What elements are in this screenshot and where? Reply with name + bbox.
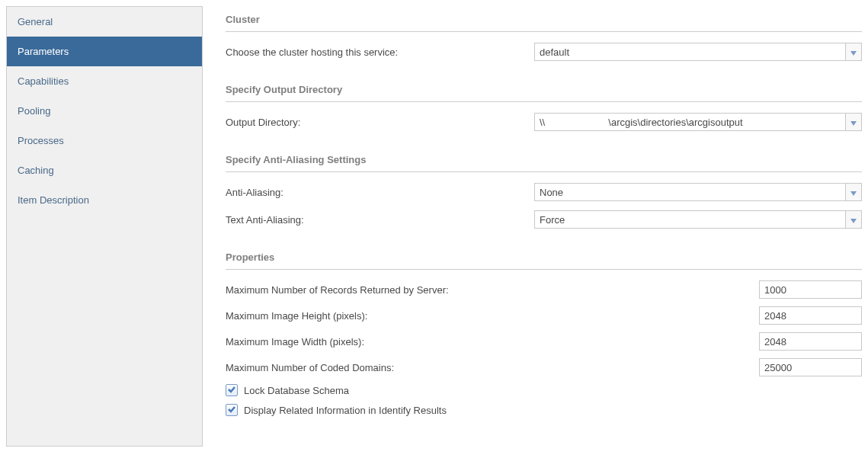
sidebar-item-pooling[interactable]: Pooling bbox=[7, 96, 202, 126]
output-dir-label: Output Directory: bbox=[226, 117, 534, 128]
section-anti-aliasing: Specify Anti-Aliasing Settings Anti-Alia… bbox=[226, 154, 862, 229]
display-related-checkbox[interactable] bbox=[226, 404, 238, 416]
section-output-directory: Specify Output Directory Output Director… bbox=[226, 84, 862, 131]
max-height-input[interactable] bbox=[759, 306, 862, 325]
section-cluster: Cluster Choose the cluster hosting this … bbox=[226, 14, 862, 61]
dropdown-button[interactable] bbox=[845, 210, 862, 229]
max-width-label: Maximum Image Width (pixels): bbox=[226, 336, 759, 348]
chevron-down-icon bbox=[850, 187, 857, 198]
dropdown-button[interactable] bbox=[845, 113, 862, 131]
chevron-down-icon bbox=[850, 117, 857, 128]
max-records-input[interactable] bbox=[759, 280, 862, 299]
sidebar-item-label: Capabilities bbox=[18, 75, 69, 87]
sidebar: General Parameters Capabilities Pooling … bbox=[6, 6, 203, 447]
anti-aliasing-input[interactable] bbox=[534, 183, 845, 201]
max-domains-input[interactable] bbox=[759, 358, 862, 376]
lock-schema-checkbox[interactable] bbox=[226, 384, 238, 396]
sidebar-item-label: Parameters bbox=[18, 46, 69, 57]
max-domains-label: Maximum Number of Coded Domains: bbox=[226, 362, 759, 373]
anti-aliasing-select[interactable] bbox=[534, 183, 862, 201]
lock-schema-label: Lock Database Schema bbox=[244, 385, 349, 396]
sidebar-item-label: Item Description bbox=[18, 194, 89, 206]
svg-marker-3 bbox=[850, 219, 857, 223]
section-title: Cluster bbox=[226, 14, 862, 32]
cluster-label: Choose the cluster hosting this service: bbox=[226, 46, 534, 58]
max-width-input[interactable] bbox=[759, 332, 862, 351]
max-height-label: Maximum Image Height (pixels): bbox=[226, 310, 759, 322]
sidebar-item-processes[interactable]: Processes bbox=[7, 126, 202, 155]
chevron-down-icon bbox=[850, 214, 857, 226]
text-anti-aliasing-label: Text Anti-Aliasing: bbox=[226, 214, 534, 226]
checkmark-icon bbox=[227, 385, 236, 396]
sidebar-item-label: Pooling bbox=[18, 105, 50, 117]
checkmark-icon bbox=[227, 405, 236, 416]
svg-marker-0 bbox=[850, 51, 857, 56]
section-properties: Properties Maximum Number of Records Ret… bbox=[226, 251, 862, 416]
anti-aliasing-label: Anti-Aliasing: bbox=[226, 187, 534, 198]
svg-marker-1 bbox=[850, 121, 857, 126]
svg-marker-2 bbox=[850, 191, 857, 196]
sidebar-item-label: General bbox=[18, 16, 53, 27]
text-anti-aliasing-select[interactable] bbox=[534, 210, 862, 229]
dropdown-button[interactable] bbox=[845, 183, 862, 201]
main-panel: Cluster Choose the cluster hosting this … bbox=[203, 6, 862, 447]
sidebar-item-caching[interactable]: Caching bbox=[7, 155, 202, 185]
sidebar-item-label: Caching bbox=[18, 165, 54, 176]
text-anti-aliasing-input[interactable] bbox=[534, 210, 845, 229]
chevron-down-icon bbox=[850, 46, 857, 58]
dropdown-button[interactable] bbox=[845, 43, 862, 61]
section-title: Specify Output Directory bbox=[226, 84, 862, 102]
section-title: Specify Anti-Aliasing Settings bbox=[226, 154, 862, 172]
sidebar-item-parameters[interactable]: Parameters bbox=[7, 37, 202, 66]
output-dir-input[interactable] bbox=[534, 113, 845, 131]
sidebar-item-general[interactable]: General bbox=[7, 7, 202, 37]
max-records-label: Maximum Number of Records Returned by Se… bbox=[226, 284, 759, 296]
cluster-input[interactable] bbox=[534, 43, 845, 61]
sidebar-item-item-description[interactable]: Item Description bbox=[7, 185, 202, 215]
output-dir-select[interactable] bbox=[534, 113, 862, 131]
section-title: Properties bbox=[226, 251, 862, 270]
cluster-select[interactable] bbox=[534, 43, 862, 61]
sidebar-item-label: Processes bbox=[18, 135, 64, 146]
display-related-label: Display Related Information in Identify … bbox=[244, 405, 447, 416]
sidebar-item-capabilities[interactable]: Capabilities bbox=[7, 66, 202, 96]
